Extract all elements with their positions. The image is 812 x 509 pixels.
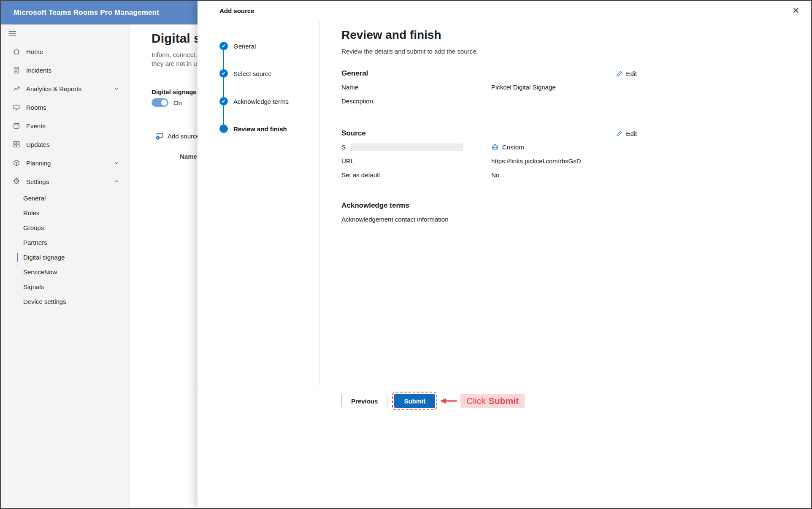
review-heading: Review and finish — [341, 28, 637, 42]
chevron-up-icon — [113, 178, 120, 185]
source-type-label: S — [341, 143, 346, 152]
annotation-text-bold: Submit — [489, 396, 519, 406]
step-select-source[interactable]: ✓ Select source — [219, 69, 272, 78]
selected-indicator — [17, 253, 18, 262]
description-value — [491, 97, 637, 106]
step-label: Select source — [233, 70, 272, 77]
sidebar-subitem-signals[interactable]: Signals — [1, 279, 129, 294]
sidebar-subitem-label: Device settings — [23, 298, 66, 305]
step-acknowledge-terms[interactable]: ✓ Acknowledge terms — [219, 97, 289, 106]
analytics-icon — [12, 84, 21, 93]
edit-general-button[interactable]: Edit — [616, 70, 637, 77]
digital-signage-toggle-row: On — [152, 98, 182, 107]
toggle-state-label: On — [173, 99, 182, 106]
sidebar-item-label: Rooms — [26, 104, 46, 111]
sidebar-subitem-general[interactable]: General — [1, 191, 129, 206]
page-description-line1: Inform, connect, — [152, 50, 197, 59]
chevron-down-icon — [113, 85, 120, 92]
globe-icon — [491, 143, 499, 151]
previous-button[interactable]: Previous — [341, 394, 387, 408]
source-section: Source Edit S Custom — [341, 129, 637, 179]
sidebar-subitem-roles[interactable]: Roles — [1, 206, 129, 220]
edit-label: Edit — [626, 70, 637, 77]
step-review-and-finish[interactable]: Review and finish — [219, 125, 287, 133]
sidebar: Home Incidents Analytics & Reports Rooms… — [1, 24, 130, 508]
step-complete-check-icon: ✓ — [219, 97, 228, 106]
chevron-down-icon — [113, 160, 120, 166]
set-as-default-value: No — [491, 171, 637, 179]
general-description-row: Description — [341, 97, 637, 106]
step-current-dot — [219, 125, 228, 133]
redacted-text — [350, 143, 463, 151]
sidebar-item-label: Planning — [26, 160, 51, 167]
edit-label: Edit — [626, 130, 637, 137]
review-subtitle: Review the details and submit to add the… — [341, 48, 637, 55]
sidebar-item-analytics-reports[interactable]: Analytics & Reports — [1, 79, 129, 98]
step-general[interactable]: ✓ General — [219, 42, 256, 50]
updates-icon — [12, 140, 21, 149]
annotation-text: Click — [466, 396, 486, 406]
sidebar-item-rooms[interactable]: Rooms — [1, 98, 129, 116]
set-as-default-label: Set as default — [341, 171, 491, 179]
general-name-row: Name Pickcel Digital Signage — [341, 83, 637, 92]
sidebar-item-events[interactable]: Events — [1, 116, 129, 135]
app-title: Microsoft Teams Rooms Pro Management — [14, 8, 159, 17]
sidebar-subitem-label: ServiceNow — [23, 268, 57, 276]
sidebar-subitem-label: Roles — [23, 209, 39, 217]
general-section: General Edit Name Pickcel Digital Signag… — [341, 69, 637, 106]
stepper-connector — [223, 46, 224, 129]
sidebar-subitem-label: Partners — [23, 239, 47, 246]
gear-icon: ⚙ — [12, 177, 21, 186]
sidebar-subitem-label: Digital signage — [23, 254, 65, 261]
sidebar-subitem-partners[interactable]: Partners — [1, 235, 129, 250]
page-description: Inform, connect, they are not in u — [152, 50, 197, 68]
hamburger-menu-icon[interactable] — [8, 30, 17, 38]
sidebar-item-label: Settings — [26, 178, 49, 185]
submit-button[interactable]: Submit — [394, 394, 435, 408]
sidebar-subitem-label: General — [23, 195, 46, 202]
sidebar-subitem-label: Groups — [23, 224, 44, 231]
sidebar-item-label: Events — [26, 122, 46, 130]
sidebar-item-label: Analytics & Reports — [26, 85, 81, 92]
edit-source-button[interactable]: Edit — [616, 130, 637, 137]
add-source-button[interactable]: Add source — [155, 132, 200, 140]
acknowledge-terms-section: Acknowledge terms Acknowledgement contac… — [341, 201, 637, 224]
table-column-header-name: Name — [180, 153, 197, 160]
source-section-title: Source — [341, 129, 366, 138]
stepper-divider — [319, 21, 320, 385]
sidebar-subitem-device-settings[interactable]: Device settings — [1, 294, 129, 309]
modal-footer: Previous Submit Click Submit — [341, 394, 525, 408]
sidebar-nav: Home Incidents Analytics & Reports Rooms… — [1, 42, 129, 309]
url-label: URL — [341, 157, 491, 165]
digital-signage-toggle-label: Digital signage — [152, 88, 197, 95]
add-source-label: Add source — [168, 133, 200, 140]
source-type-value: Custom — [502, 143, 524, 152]
digital-signage-toggle[interactable] — [152, 98, 168, 107]
rooms-icon — [12, 103, 21, 111]
sidebar-subitem-servicenow[interactable]: ServiceNow — [1, 265, 129, 279]
name-label: Name — [341, 83, 491, 92]
close-icon[interactable]: ✕ — [792, 6, 799, 15]
sidebar-item-incidents[interactable]: Incidents — [1, 61, 129, 79]
screen: Microsoft Teams Rooms Pro Management Hom… — [0, 0, 812, 509]
sidebar-item-label: Home — [26, 48, 43, 55]
sidebar-item-home[interactable]: Home — [1, 42, 129, 61]
step-complete-check-icon: ✓ — [219, 69, 228, 78]
footer-divider — [198, 385, 811, 385]
sidebar-item-settings[interactable]: ⚙ Settings — [1, 172, 129, 191]
annotation-arrow-icon — [439, 397, 458, 405]
sidebar-subitem-groups[interactable]: Groups — [1, 220, 129, 235]
acknowledgement-contact-label: Acknowledgement contact information — [341, 215, 448, 224]
sidebar-item-updates[interactable]: Updates — [1, 135, 129, 154]
add-source-modal: Add source ✕ ✓ General ✓ Select source ✓… — [198, 1, 811, 508]
name-value: Pickcel Digital Signage — [491, 83, 637, 92]
add-source-icon — [155, 132, 164, 140]
step-complete-check-icon: ✓ — [219, 42, 228, 50]
source-url-row: URL https://links.pickcel.com/rbsGsD — [341, 157, 637, 165]
modal-title: Add source — [219, 7, 254, 14]
source-default-row: Set as default No — [341, 171, 637, 179]
planning-icon — [12, 159, 21, 167]
calendar-icon — [12, 122, 21, 130]
sidebar-item-planning[interactable]: Planning — [1, 154, 129, 172]
sidebar-subitem-digital-signage[interactable]: Digital signage — [1, 250, 129, 265]
